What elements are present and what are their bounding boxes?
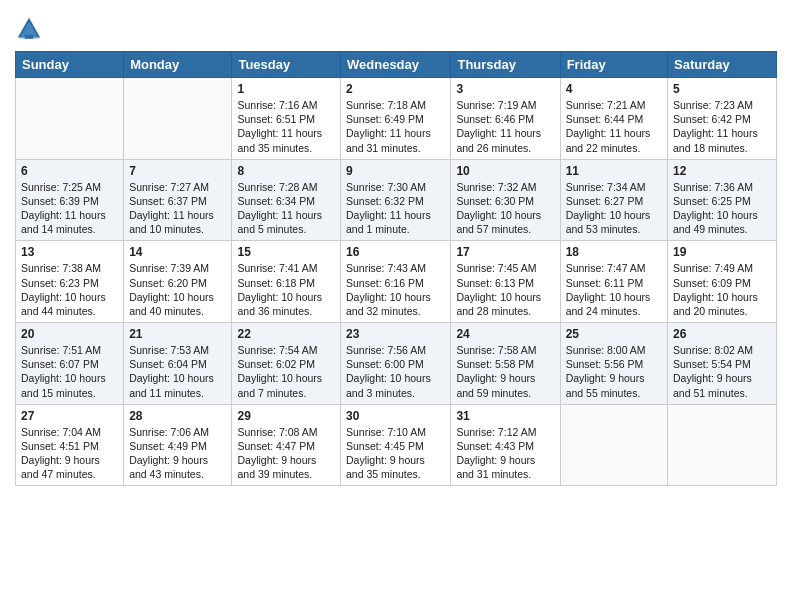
cell-content: Sunrise: 7:53 AM Sunset: 6:04 PM Dayligh… (129, 343, 226, 400)
cell-content: Sunrise: 7:10 AM Sunset: 4:45 PM Dayligh… (346, 425, 445, 482)
day-number: 21 (129, 327, 226, 341)
calendar-cell: 23Sunrise: 7:56 AM Sunset: 6:00 PM Dayli… (341, 323, 451, 405)
col-header-friday: Friday (560, 52, 667, 78)
day-number: 16 (346, 245, 445, 259)
calendar-row: 20Sunrise: 7:51 AM Sunset: 6:07 PM Dayli… (16, 323, 777, 405)
cell-content: Sunrise: 7:28 AM Sunset: 6:34 PM Dayligh… (237, 180, 335, 237)
cell-content: Sunrise: 7:34 AM Sunset: 6:27 PM Dayligh… (566, 180, 662, 237)
calendar-cell: 14Sunrise: 7:39 AM Sunset: 6:20 PM Dayli… (124, 241, 232, 323)
calendar-cell: 30Sunrise: 7:10 AM Sunset: 4:45 PM Dayli… (341, 404, 451, 486)
day-number: 3 (456, 82, 554, 96)
calendar-cell: 29Sunrise: 7:08 AM Sunset: 4:47 PM Dayli… (232, 404, 341, 486)
calendar-cell: 26Sunrise: 8:02 AM Sunset: 5:54 PM Dayli… (668, 323, 777, 405)
day-number: 30 (346, 409, 445, 423)
calendar-cell: 16Sunrise: 7:43 AM Sunset: 6:16 PM Dayli… (341, 241, 451, 323)
calendar-table: SundayMondayTuesdayWednesdayThursdayFrid… (15, 51, 777, 486)
cell-content: Sunrise: 7:30 AM Sunset: 6:32 PM Dayligh… (346, 180, 445, 237)
day-number: 12 (673, 164, 771, 178)
cell-content: Sunrise: 7:38 AM Sunset: 6:23 PM Dayligh… (21, 261, 118, 318)
calendar-cell: 6Sunrise: 7:25 AM Sunset: 6:39 PM Daylig… (16, 159, 124, 241)
day-number: 26 (673, 327, 771, 341)
col-header-monday: Monday (124, 52, 232, 78)
header (15, 10, 777, 43)
cell-content: Sunrise: 8:02 AM Sunset: 5:54 PM Dayligh… (673, 343, 771, 400)
cell-content: Sunrise: 7:16 AM Sunset: 6:51 PM Dayligh… (237, 98, 335, 155)
calendar-cell (560, 404, 667, 486)
col-header-tuesday: Tuesday (232, 52, 341, 78)
cell-content: Sunrise: 7:04 AM Sunset: 4:51 PM Dayligh… (21, 425, 118, 482)
day-number: 23 (346, 327, 445, 341)
day-number: 6 (21, 164, 118, 178)
cell-content: Sunrise: 7:51 AM Sunset: 6:07 PM Dayligh… (21, 343, 118, 400)
col-header-thursday: Thursday (451, 52, 560, 78)
day-number: 20 (21, 327, 118, 341)
cell-content: Sunrise: 7:36 AM Sunset: 6:25 PM Dayligh… (673, 180, 771, 237)
col-header-sunday: Sunday (16, 52, 124, 78)
cell-content: Sunrise: 7:58 AM Sunset: 5:58 PM Dayligh… (456, 343, 554, 400)
day-number: 15 (237, 245, 335, 259)
cell-content: Sunrise: 7:47 AM Sunset: 6:11 PM Dayligh… (566, 261, 662, 318)
cell-content: Sunrise: 7:21 AM Sunset: 6:44 PM Dayligh… (566, 98, 662, 155)
cell-content: Sunrise: 7:45 AM Sunset: 6:13 PM Dayligh… (456, 261, 554, 318)
day-number: 18 (566, 245, 662, 259)
calendar-cell: 21Sunrise: 7:53 AM Sunset: 6:04 PM Dayli… (124, 323, 232, 405)
calendar-cell: 17Sunrise: 7:45 AM Sunset: 6:13 PM Dayli… (451, 241, 560, 323)
day-number: 1 (237, 82, 335, 96)
calendar-cell: 27Sunrise: 7:04 AM Sunset: 4:51 PM Dayli… (16, 404, 124, 486)
day-number: 24 (456, 327, 554, 341)
cell-content: Sunrise: 7:19 AM Sunset: 6:46 PM Dayligh… (456, 98, 554, 155)
day-number: 13 (21, 245, 118, 259)
day-number: 5 (673, 82, 771, 96)
calendar-cell: 31Sunrise: 7:12 AM Sunset: 4:43 PM Dayli… (451, 404, 560, 486)
day-number: 7 (129, 164, 226, 178)
calendar-cell: 13Sunrise: 7:38 AM Sunset: 6:23 PM Dayli… (16, 241, 124, 323)
col-header-saturday: Saturday (668, 52, 777, 78)
calendar-cell: 12Sunrise: 7:36 AM Sunset: 6:25 PM Dayli… (668, 159, 777, 241)
calendar-cell: 11Sunrise: 7:34 AM Sunset: 6:27 PM Dayli… (560, 159, 667, 241)
cell-content: Sunrise: 7:08 AM Sunset: 4:47 PM Dayligh… (237, 425, 335, 482)
cell-content: Sunrise: 7:18 AM Sunset: 6:49 PM Dayligh… (346, 98, 445, 155)
calendar-cell (124, 78, 232, 160)
calendar-cell: 19Sunrise: 7:49 AM Sunset: 6:09 PM Dayli… (668, 241, 777, 323)
page: SundayMondayTuesdayWednesdayThursdayFrid… (0, 0, 792, 501)
day-number: 29 (237, 409, 335, 423)
calendar-cell: 24Sunrise: 7:58 AM Sunset: 5:58 PM Dayli… (451, 323, 560, 405)
calendar-row: 13Sunrise: 7:38 AM Sunset: 6:23 PM Dayli… (16, 241, 777, 323)
day-number: 31 (456, 409, 554, 423)
cell-content: Sunrise: 7:41 AM Sunset: 6:18 PM Dayligh… (237, 261, 335, 318)
cell-content: Sunrise: 8:00 AM Sunset: 5:56 PM Dayligh… (566, 343, 662, 400)
calendar-cell: 4Sunrise: 7:21 AM Sunset: 6:44 PM Daylig… (560, 78, 667, 160)
logo (15, 15, 46, 43)
calendar-cell (16, 78, 124, 160)
day-number: 28 (129, 409, 226, 423)
logo-icon (15, 15, 43, 43)
calendar-cell: 1Sunrise: 7:16 AM Sunset: 6:51 PM Daylig… (232, 78, 341, 160)
calendar-cell: 5Sunrise: 7:23 AM Sunset: 6:42 PM Daylig… (668, 78, 777, 160)
cell-content: Sunrise: 7:12 AM Sunset: 4:43 PM Dayligh… (456, 425, 554, 482)
day-number: 27 (21, 409, 118, 423)
calendar-row: 6Sunrise: 7:25 AM Sunset: 6:39 PM Daylig… (16, 159, 777, 241)
day-number: 25 (566, 327, 662, 341)
calendar-row: 27Sunrise: 7:04 AM Sunset: 4:51 PM Dayli… (16, 404, 777, 486)
cell-content: Sunrise: 7:49 AM Sunset: 6:09 PM Dayligh… (673, 261, 771, 318)
calendar-cell (668, 404, 777, 486)
cell-content: Sunrise: 7:27 AM Sunset: 6:37 PM Dayligh… (129, 180, 226, 237)
calendar-cell: 9Sunrise: 7:30 AM Sunset: 6:32 PM Daylig… (341, 159, 451, 241)
calendar-cell: 10Sunrise: 7:32 AM Sunset: 6:30 PM Dayli… (451, 159, 560, 241)
cell-content: Sunrise: 7:06 AM Sunset: 4:49 PM Dayligh… (129, 425, 226, 482)
calendar-cell: 3Sunrise: 7:19 AM Sunset: 6:46 PM Daylig… (451, 78, 560, 160)
day-number: 17 (456, 245, 554, 259)
cell-content: Sunrise: 7:25 AM Sunset: 6:39 PM Dayligh… (21, 180, 118, 237)
calendar-cell: 28Sunrise: 7:06 AM Sunset: 4:49 PM Dayli… (124, 404, 232, 486)
day-number: 22 (237, 327, 335, 341)
calendar-cell: 18Sunrise: 7:47 AM Sunset: 6:11 PM Dayli… (560, 241, 667, 323)
col-header-wednesday: Wednesday (341, 52, 451, 78)
day-number: 19 (673, 245, 771, 259)
calendar-cell: 20Sunrise: 7:51 AM Sunset: 6:07 PM Dayli… (16, 323, 124, 405)
cell-content: Sunrise: 7:39 AM Sunset: 6:20 PM Dayligh… (129, 261, 226, 318)
calendar-cell: 25Sunrise: 8:00 AM Sunset: 5:56 PM Dayli… (560, 323, 667, 405)
day-number: 8 (237, 164, 335, 178)
calendar-cell: 2Sunrise: 7:18 AM Sunset: 6:49 PM Daylig… (341, 78, 451, 160)
day-number: 2 (346, 82, 445, 96)
cell-content: Sunrise: 7:32 AM Sunset: 6:30 PM Dayligh… (456, 180, 554, 237)
